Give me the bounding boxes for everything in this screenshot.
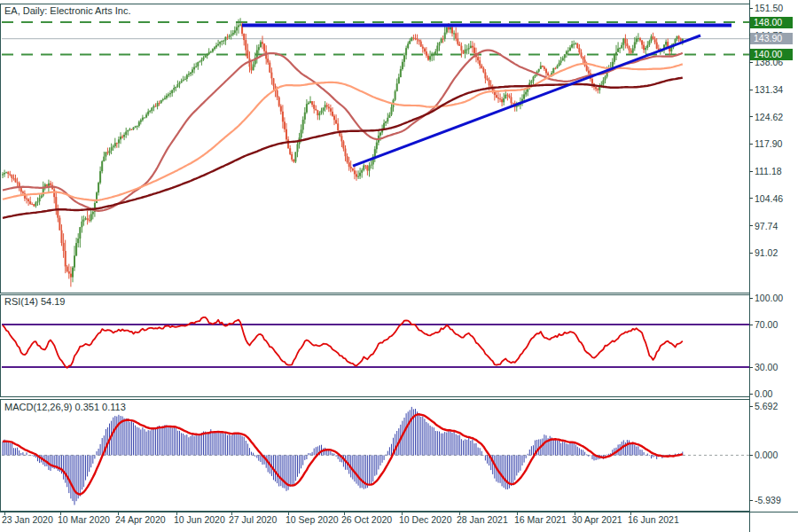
price-tick: 124.62 bbox=[755, 112, 783, 122]
price-tick: 151.50 bbox=[755, 3, 783, 13]
time-axis[interactable] bbox=[0, 512, 798, 532]
rsi-tick: 70.00 bbox=[755, 319, 778, 330]
rsi-label: RSI(14) 54.19 bbox=[4, 296, 65, 307]
price-tick: 97.74 bbox=[755, 221, 778, 231]
macd-label: MACD(12,26,9) 0.351 0.113 bbox=[4, 402, 126, 412]
price-level-badge: 148.00 bbox=[750, 17, 793, 28]
price-tick: 91.02 bbox=[755, 247, 778, 258]
rsi-tick: 30.00 bbox=[755, 362, 778, 372]
price-level-badge: 140.00 bbox=[750, 49, 793, 60]
macd-tick: -5.939 bbox=[755, 495, 781, 505]
price-tick: 111.18 bbox=[755, 166, 782, 176]
price-tick: 117.90 bbox=[755, 138, 782, 149]
price-tick: 138.06 bbox=[755, 57, 783, 67]
price-level-badge: 143.90 bbox=[750, 33, 793, 44]
price-tick: 144.78 bbox=[755, 30, 783, 41]
price-tick: 131.34 bbox=[755, 84, 783, 95]
price-tick: 104.46 bbox=[755, 193, 783, 204]
rsi-tick: 100.00 bbox=[755, 293, 783, 303]
rsi-tick: 0.00 bbox=[755, 388, 772, 399]
rsi-indicator-panel[interactable] bbox=[0, 294, 750, 397]
macd-indicator-panel[interactable] bbox=[0, 399, 750, 512]
macd-tick: 5.692 bbox=[755, 401, 778, 411]
price-axis-line bbox=[749, 0, 750, 532]
chart-title: EA, Daily: Electronic Arts Inc. bbox=[4, 5, 130, 16]
chart-window: EA, Daily: Electronic Arts Inc. RSI(14) … bbox=[0, 0, 798, 532]
price-chart-panel[interactable] bbox=[0, 4, 750, 293]
macd-tick: 0.000 bbox=[755, 450, 778, 460]
